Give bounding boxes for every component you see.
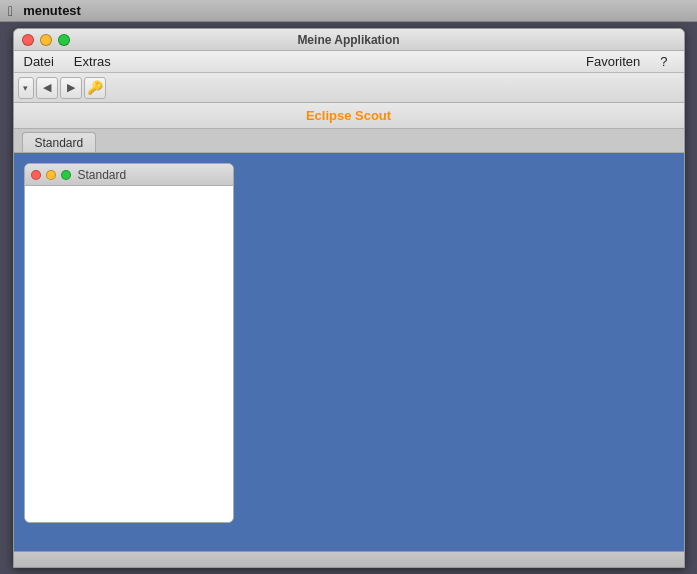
inner-panel-label: Standard xyxy=(78,168,127,182)
tab-bar: Standard xyxy=(14,129,684,153)
back-btn[interactable]: ◀ xyxy=(36,77,58,99)
menu-datei[interactable]: Datei xyxy=(14,51,64,72)
menu-right: Favoriten ? xyxy=(576,54,683,69)
menu-bar: Datei Extras Favoriten ? xyxy=(14,51,684,73)
main-window: Meine Applikation Datei Extras Favoriten… xyxy=(13,28,685,568)
apple-logo-icon:  xyxy=(8,3,13,19)
inner-close-button[interactable] xyxy=(31,170,41,180)
maximize-button[interactable] xyxy=(58,34,70,46)
inner-panel-body xyxy=(25,186,233,522)
content-area: Standard xyxy=(14,153,684,551)
inner-panel-title-bar: Standard xyxy=(25,164,233,186)
key-btn[interactable]: 🔑 xyxy=(84,77,106,99)
menu-extras[interactable]: Extras xyxy=(64,51,121,72)
inner-panel: Standard xyxy=(24,163,234,523)
app-title-bar: Eclipse Scout xyxy=(14,103,684,129)
system-bar:  menutest xyxy=(0,0,697,22)
window-title: Meine Applikation xyxy=(297,33,399,47)
dropdown-btn[interactable]: ▾ xyxy=(18,77,34,99)
title-bar: Meine Applikation xyxy=(14,29,684,51)
toolbar: ▾ ◀ ▶ 🔑 xyxy=(14,73,684,103)
eclipse-scout-title: Eclipse Scout xyxy=(306,108,391,123)
close-button[interactable] xyxy=(22,34,34,46)
minimize-button[interactable] xyxy=(40,34,52,46)
inner-maximize-button[interactable] xyxy=(61,170,71,180)
system-app-name: menutest xyxy=(23,3,81,18)
menu-help[interactable]: ? xyxy=(650,54,677,69)
status-bar xyxy=(14,551,684,567)
window-controls xyxy=(22,34,70,46)
menu-favoriten[interactable]: Favoriten xyxy=(576,54,650,69)
forward-btn[interactable]: ▶ xyxy=(60,77,82,99)
tab-standard[interactable]: Standard xyxy=(22,132,97,152)
inner-minimize-button[interactable] xyxy=(46,170,56,180)
